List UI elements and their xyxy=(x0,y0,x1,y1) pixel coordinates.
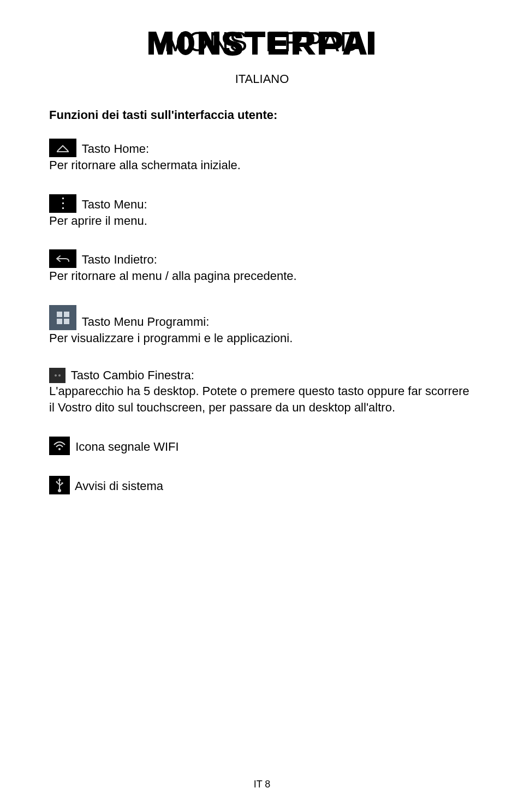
apps-grid-icon xyxy=(49,305,76,330)
logo-monsterpad: MONSTERPAD xyxy=(147,27,377,61)
item-menu: Tasto Menu: Per aprire il menu. xyxy=(49,194,475,229)
item-switch-desc: L'apparecchio ha 5 desktop. Potete o pre… xyxy=(49,384,469,414)
item-back: Tasto Indietro: Per ritornare al menu / … xyxy=(49,249,475,284)
item-programs-title: Tasto Menu Programmi: xyxy=(82,315,210,329)
svg-point-3 xyxy=(58,448,61,450)
svg-point-7 xyxy=(56,481,58,482)
svg-point-6 xyxy=(58,489,61,492)
item-menu-title: Tasto Menu: xyxy=(82,198,147,211)
language-subtitle: ITALIANO xyxy=(49,72,475,86)
section-heading: Funzioni dei tasti sull'interfaccia uten… xyxy=(49,108,475,122)
item-programs: Tasto Menu Programmi: Per visualizzare i… xyxy=(49,305,475,347)
page-number: IT 8 xyxy=(0,779,524,790)
item-wifi: Icona segnale WIFI xyxy=(49,437,475,455)
item-switch: Tasto Cambio Finestra: L'apparecchio ha … xyxy=(49,367,475,416)
item-home: Tasto Home: Per ritornare alla schermata… xyxy=(49,139,475,174)
usb-icon xyxy=(49,476,70,494)
item-back-desc: Per ritornare al menu / alla pagina prec… xyxy=(49,269,297,283)
item-programs-desc: Per visualizzare i programmi e le applic… xyxy=(49,331,293,345)
item-home-title: Tasto Home: xyxy=(82,142,150,156)
svg-rect-8 xyxy=(62,482,63,484)
svg-marker-5 xyxy=(58,478,61,481)
item-usb: Avvisi di sistema xyxy=(49,476,475,494)
item-usb-title: Avvisi di sistema xyxy=(75,479,163,493)
item-back-title: Tasto Indietro: xyxy=(82,253,157,267)
item-menu-desc: Per aprire il menu. xyxy=(49,214,147,228)
item-home-desc: Per ritornare alla schermata iniziale. xyxy=(49,158,241,172)
back-icon xyxy=(49,249,76,268)
item-wifi-title: Icona segnale WIFI xyxy=(75,440,179,453)
menu-icon xyxy=(49,194,76,213)
wifi-icon xyxy=(49,437,70,455)
item-switch-title: Tasto Cambio Finestra: xyxy=(71,368,194,382)
home-icon xyxy=(49,139,76,157)
switch-window-icon xyxy=(49,368,66,383)
logo-wrap: MONSTERPAD xyxy=(49,27,475,61)
